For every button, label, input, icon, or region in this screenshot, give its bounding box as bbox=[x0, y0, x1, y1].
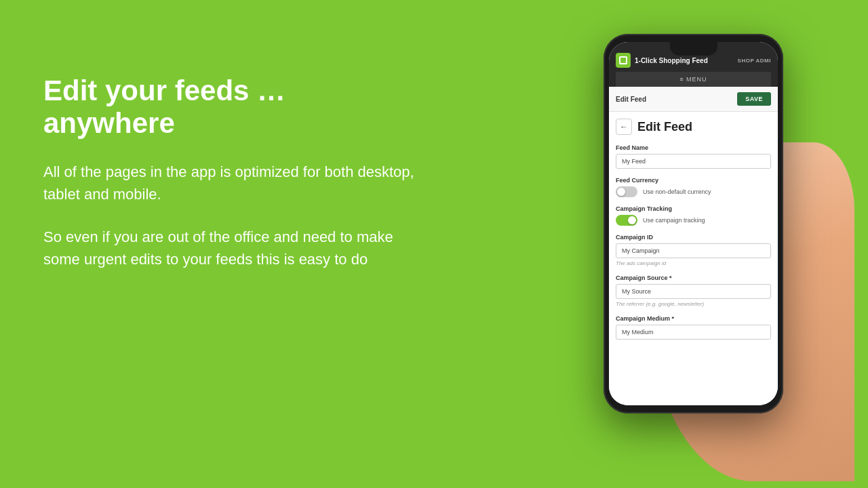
campaign-tracking-toggle-knob bbox=[628, 216, 636, 224]
edit-feed-row: ← Edit Feed bbox=[616, 119, 771, 135]
feed-currency-label: Feed Currency bbox=[616, 177, 771, 184]
campaign-source-hint: The referrer (e.g. google, newsletter) bbox=[616, 301, 771, 307]
paragraph-2: So even if you are out of the office and… bbox=[43, 226, 423, 270]
edit-feed-title: Edit Feed bbox=[637, 120, 692, 134]
campaign-source-input[interactable] bbox=[616, 284, 771, 299]
back-arrow-icon: ← bbox=[620, 122, 628, 131]
campaign-tracking-field-group: Campaign Tracking Use campaign tracking bbox=[616, 205, 771, 226]
app-menu-bar[interactable]: ≡ MENU bbox=[616, 72, 771, 87]
campaign-id-field-group: Campaign ID The ads campaign id bbox=[616, 234, 771, 266]
app-admin-label: SHOP ADMI bbox=[738, 58, 771, 64]
phone-wrapper: 1-Click Shopping Feed SHOP ADMI ≡ MENU E… bbox=[597, 14, 848, 481]
feed-name-field-group: Feed Name bbox=[616, 144, 771, 169]
feed-currency-toggle-label: Use non-default currency bbox=[643, 188, 711, 195]
save-button[interactable]: SAVE bbox=[737, 92, 771, 106]
left-content: Edit your feeds … anywhere All of the pa… bbox=[43, 75, 423, 291]
feed-currency-field-group: Feed Currency Use non-default currency bbox=[616, 177, 771, 197]
campaign-id-input[interactable] bbox=[616, 243, 771, 258]
campaign-medium-input[interactable] bbox=[616, 325, 771, 340]
menu-label[interactable]: ≡ MENU bbox=[679, 76, 707, 83]
app-logo-inner bbox=[619, 56, 627, 64]
phone-frame: 1-Click Shopping Feed SHOP ADMI ≡ MENU E… bbox=[604, 34, 783, 413]
form-content: ← Edit Feed Feed Name Feed Currency bbox=[609, 112, 778, 405]
campaign-medium-field-group: Campaign Medium * bbox=[616, 315, 771, 340]
phone-notch bbox=[670, 42, 717, 56]
phone-screen: 1-Click Shopping Feed SHOP ADMI ≡ MENU E… bbox=[609, 42, 778, 405]
campaign-tracking-toggle[interactable] bbox=[616, 215, 637, 226]
app-title: 1-Click Shopping Feed bbox=[635, 57, 738, 64]
campaign-tracking-toggle-label: Use campaign tracking bbox=[643, 217, 705, 224]
page-header: Edit Feed SAVE bbox=[609, 87, 778, 112]
feed-name-label: Feed Name bbox=[616, 144, 771, 151]
campaign-tracking-label: Campaign Tracking bbox=[616, 205, 771, 212]
paragraph-1: All of the pages in the app is optimized… bbox=[43, 161, 423, 205]
feed-name-input[interactable] bbox=[616, 154, 771, 169]
campaign-medium-label: Campaign Medium * bbox=[616, 315, 771, 322]
campaign-source-field-group: Campaign Source * The referrer (e.g. goo… bbox=[616, 274, 771, 307]
campaign-id-label: Campaign ID bbox=[616, 234, 771, 241]
page-header-title: Edit Feed bbox=[616, 96, 646, 103]
campaign-source-label: Campaign Source * bbox=[616, 274, 771, 281]
main-headline: Edit your feeds … anywhere bbox=[43, 75, 423, 140]
feed-currency-toggle[interactable] bbox=[616, 186, 637, 197]
back-button[interactable]: ← bbox=[616, 119, 632, 135]
campaign-tracking-toggle-row: Use campaign tracking bbox=[616, 215, 771, 226]
feed-currency-toggle-row: Use non-default currency bbox=[616, 186, 771, 197]
feed-currency-toggle-knob bbox=[617, 188, 625, 196]
campaign-id-hint: The ads campaign id bbox=[616, 260, 771, 266]
app-logo bbox=[616, 53, 631, 68]
